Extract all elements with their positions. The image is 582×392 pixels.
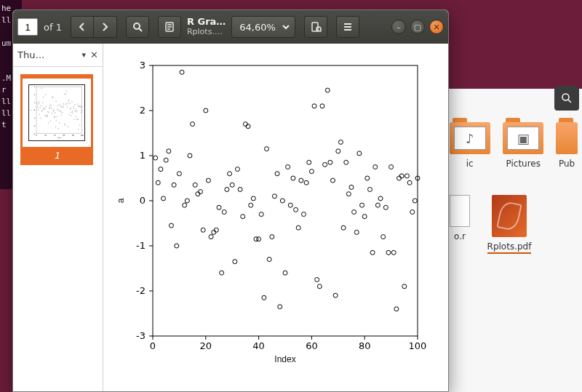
svg-point-200 bbox=[228, 172, 232, 176]
svg-text:100: 100 bbox=[81, 135, 84, 137]
svg-point-47 bbox=[39, 103, 39, 104]
svg-text:1: 1 bbox=[34, 102, 36, 104]
svg-point-234 bbox=[317, 284, 322, 289]
svg-point-175 bbox=[162, 196, 166, 201]
folder-pictures[interactable]: ▣ Pictures bbox=[503, 122, 545, 169]
next-page-button[interactable] bbox=[94, 16, 117, 38]
sidebar-close-button[interactable]: ✕ bbox=[90, 49, 98, 60]
svg-point-204 bbox=[238, 188, 242, 192]
document-properties-button[interactable] bbox=[304, 16, 327, 38]
svg-point-113 bbox=[68, 100, 69, 100]
svg-point-224 bbox=[291, 176, 295, 180]
page-total-label: of 1 bbox=[44, 22, 62, 33]
svg-point-181 bbox=[177, 172, 181, 176]
svg-point-255 bbox=[373, 165, 378, 169]
folder-music[interactable]: ♪ ic bbox=[449, 122, 491, 169]
svg-point-245 bbox=[346, 192, 351, 196]
svg-line-3 bbox=[139, 28, 142, 31]
files-search-button[interactable] bbox=[554, 86, 579, 111]
svg-point-96 bbox=[60, 111, 61, 112]
pdf-page: 020406080100-3-2-10123Indexa bbox=[111, 58, 431, 371]
close-button[interactable]: ✕ bbox=[429, 20, 444, 34]
folder-public[interactable]: Pub bbox=[556, 122, 578, 169]
svg-point-222 bbox=[286, 165, 290, 169]
svg-point-246 bbox=[349, 185, 354, 189]
svg-point-120 bbox=[72, 102, 73, 103]
svg-text:-1: -1 bbox=[33, 117, 36, 119]
svg-point-173 bbox=[156, 180, 160, 185]
hamburger-menu-button[interactable] bbox=[336, 16, 359, 38]
svg-point-216 bbox=[270, 235, 274, 239]
minimize-button[interactable]: – bbox=[391, 20, 406, 34]
file-text[interactable]: o.r bbox=[449, 195, 471, 254]
svg-point-2 bbox=[134, 23, 140, 29]
svg-point-268 bbox=[407, 180, 412, 185]
svg-point-199 bbox=[225, 188, 229, 192]
annotations-button[interactable] bbox=[158, 16, 181, 38]
svg-point-247 bbox=[352, 210, 356, 215]
svg-point-90 bbox=[58, 128, 59, 129]
svg-point-110 bbox=[67, 106, 68, 107]
svg-text:80: 80 bbox=[72, 135, 74, 137]
svg-rect-14 bbox=[36, 87, 82, 134]
svg-point-214 bbox=[265, 147, 269, 151]
svg-point-269 bbox=[410, 210, 415, 215]
svg-text:-3: -3 bbox=[33, 133, 36, 135]
svg-point-131 bbox=[76, 119, 77, 120]
svg-point-225 bbox=[294, 207, 298, 212]
svg-point-240 bbox=[333, 293, 338, 297]
svg-point-180 bbox=[175, 244, 179, 248]
svg-point-49 bbox=[39, 114, 40, 115]
prev-page-button[interactable] bbox=[71, 16, 94, 38]
svg-point-259 bbox=[383, 205, 388, 209]
svg-point-257 bbox=[378, 196, 383, 201]
svg-point-244 bbox=[344, 160, 348, 164]
zoom-selector[interactable]: 64,60% bbox=[231, 16, 295, 38]
svg-point-192 bbox=[206, 178, 210, 183]
svg-text:40: 40 bbox=[252, 340, 265, 351]
svg-point-115 bbox=[69, 103, 70, 104]
svg-point-252 bbox=[365, 176, 370, 180]
svg-point-241 bbox=[336, 149, 340, 153]
find-button[interactable] bbox=[126, 16, 149, 38]
svg-text:80: 80 bbox=[359, 340, 371, 351]
svg-point-228 bbox=[301, 212, 306, 217]
svg-text:-3: -3 bbox=[136, 330, 146, 341]
svg-point-103 bbox=[64, 94, 65, 95]
svg-point-74 bbox=[51, 105, 52, 105]
svg-point-179 bbox=[172, 183, 176, 187]
doc-title: R Gra… bbox=[187, 17, 226, 27]
svg-point-46 bbox=[38, 110, 39, 111]
sidebar-mode-selector[interactable]: Thu… ▾ ✕ bbox=[13, 44, 103, 67]
file-rplots-pdf[interactable]: Rplots.pdf bbox=[482, 195, 536, 254]
svg-point-197 bbox=[220, 271, 224, 275]
page-canvas[interactable]: 020406080100-3-2-10123Indexa bbox=[103, 44, 448, 391]
svg-point-102 bbox=[63, 105, 64, 105]
svg-point-93 bbox=[60, 104, 60, 105]
svg-point-117 bbox=[71, 108, 71, 108]
svg-text:Index: Index bbox=[57, 137, 62, 138]
svg-point-211 bbox=[257, 237, 261, 241]
svg-point-213 bbox=[262, 295, 266, 300]
file-manager-panel: ♪ ic ▣ Pictures Pub o.r Rplots.pdf bbox=[444, 89, 582, 392]
svg-text:100: 100 bbox=[409, 340, 427, 351]
svg-line-1 bbox=[568, 100, 571, 103]
maximize-button[interactable]: ▢ bbox=[410, 20, 425, 34]
svg-point-44 bbox=[37, 107, 38, 108]
svg-point-137 bbox=[79, 125, 80, 126]
page-number-input[interactable] bbox=[17, 18, 38, 36]
page-thumbnail-1[interactable]: 020406080100-3-2-10123Indexa 1 bbox=[20, 74, 93, 165]
svg-point-176 bbox=[164, 158, 168, 162]
svg-text:a: a bbox=[30, 109, 31, 111]
svg-point-221 bbox=[283, 271, 287, 275]
svg-point-0 bbox=[562, 94, 569, 100]
svg-point-62 bbox=[45, 95, 46, 95]
svg-point-185 bbox=[188, 153, 192, 158]
svg-point-51 bbox=[40, 118, 41, 119]
svg-point-55 bbox=[42, 110, 43, 111]
svg-point-174 bbox=[159, 167, 163, 172]
svg-point-130 bbox=[76, 111, 77, 112]
svg-point-261 bbox=[389, 165, 394, 169]
svg-point-61 bbox=[44, 115, 45, 116]
svg-point-250 bbox=[360, 203, 364, 207]
